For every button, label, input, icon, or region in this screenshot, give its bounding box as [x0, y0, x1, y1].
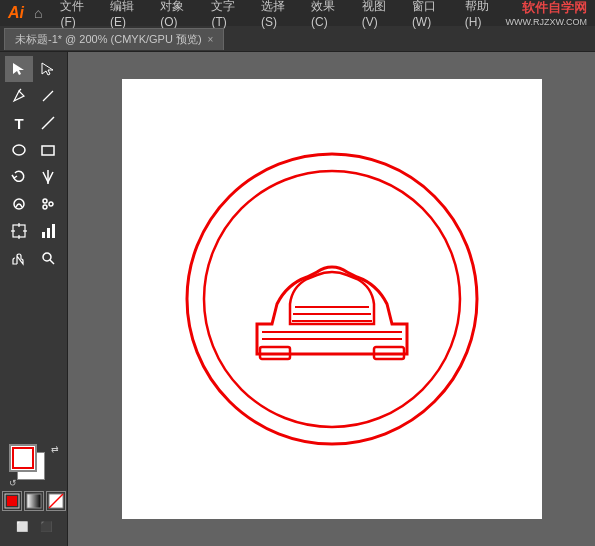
color-swatches: ⇄ ↺: [9, 444, 59, 488]
warp-tool[interactable]: [5, 191, 33, 217]
tool-row-shape: [2, 137, 65, 163]
canvas-area: [68, 52, 595, 546]
menu-text[interactable]: 文字(T): [205, 0, 251, 31]
svg-rect-21: [7, 496, 17, 506]
menu-window[interactable]: 窗口(W): [406, 0, 455, 31]
pen-tool[interactable]: [5, 83, 33, 109]
svg-point-7: [43, 199, 47, 203]
menu-bar: 文件(F) 编辑(E) 对象(O) 文字(T) 选择(S) 效果(C) 视图(V…: [54, 0, 505, 31]
tool-row-graph: [2, 218, 65, 244]
tool-row-warp: [2, 191, 65, 217]
svg-marker-1: [42, 63, 53, 75]
toolbar: T: [0, 52, 68, 546]
tool-row-selection: [2, 56, 65, 82]
ellipse-tool[interactable]: [5, 137, 33, 163]
line-tool[interactable]: [34, 110, 62, 136]
tool-row-navigate: [2, 245, 65, 271]
color-area: ⇄ ↺: [2, 440, 65, 542]
selection-tool[interactable]: [5, 56, 33, 82]
title-bar: Ai ⌂ 文件(F) 编辑(E) 对象(O) 文字(T) 选择(S) 效果(C)…: [0, 0, 595, 26]
svg-point-8: [49, 202, 53, 206]
pencil-tool[interactable]: [34, 83, 62, 109]
svg-line-19: [50, 260, 54, 264]
zoom-tool[interactable]: [34, 245, 62, 271]
none-mode-button[interactable]: [46, 491, 66, 511]
graph-tool[interactable]: [34, 218, 62, 244]
menu-help[interactable]: 帮助(H): [459, 0, 506, 31]
tool-row-pen: [2, 83, 65, 109]
svg-point-26: [204, 171, 460, 427]
reset-colors-icon[interactable]: ↺: [9, 478, 17, 488]
svg-point-25: [187, 154, 477, 444]
svg-rect-17: [52, 224, 55, 238]
tool-row-type: T: [2, 110, 65, 136]
canvas-document: [122, 79, 542, 519]
color-mode-button[interactable]: [2, 491, 22, 511]
tab-label: 未标题-1* @ 200% (CMYK/GPU 预览): [15, 32, 202, 47]
svg-point-18: [43, 253, 51, 261]
artboard-tool[interactable]: [5, 218, 33, 244]
tool-row-transform: [2, 164, 65, 190]
rectangle-tool[interactable]: [34, 137, 62, 163]
reflect-tool[interactable]: [34, 164, 62, 190]
watermark-sub: WWW.RJZXW.COM: [506, 17, 587, 27]
menu-edit[interactable]: 编辑(E): [104, 0, 150, 31]
screen-mode-button[interactable]: ⬜: [12, 516, 32, 536]
menu-view[interactable]: 视图(V): [356, 0, 402, 31]
symbol-tool[interactable]: [34, 191, 62, 217]
svg-rect-22: [27, 494, 41, 508]
car-icon-container: [172, 139, 492, 459]
rotate-tool[interactable]: [5, 164, 33, 190]
direct-selection-tool[interactable]: [34, 56, 62, 82]
type-tool[interactable]: T: [5, 110, 33, 136]
svg-rect-16: [47, 228, 50, 238]
home-icon: ⌂: [34, 5, 42, 21]
screen-mode-icons: ⬜ ⬛: [10, 514, 58, 538]
menu-object[interactable]: 对象(O): [154, 0, 201, 31]
svg-rect-15: [42, 232, 45, 238]
car-circle-artwork: [172, 139, 492, 459]
watermark-main: 软件自学网: [506, 0, 587, 17]
menu-file[interactable]: 文件(F): [54, 0, 100, 31]
gradient-mode-button[interactable]: [24, 491, 44, 511]
ai-logo: Ai: [8, 4, 24, 22]
foreground-color-inner: [12, 447, 34, 469]
hand-tool[interactable]: [5, 245, 33, 271]
svg-rect-4: [42, 146, 54, 155]
full-screen-button[interactable]: ⬛: [36, 516, 56, 536]
document-tab[interactable]: 未标题-1* @ 200% (CMYK/GPU 预览) ×: [4, 28, 224, 50]
svg-point-3: [13, 145, 25, 155]
tab-close-button[interactable]: ×: [208, 34, 214, 45]
svg-point-9: [43, 205, 47, 209]
svg-marker-0: [13, 63, 24, 75]
main-layout: T: [0, 52, 595, 546]
svg-line-2: [42, 117, 54, 129]
menu-effect[interactable]: 效果(C): [305, 0, 352, 31]
menu-select[interactable]: 选择(S): [255, 0, 301, 31]
color-mode-row: [2, 491, 66, 511]
swap-colors-icon[interactable]: ⇄: [51, 444, 59, 454]
foreground-color-swatch[interactable]: [9, 444, 37, 472]
